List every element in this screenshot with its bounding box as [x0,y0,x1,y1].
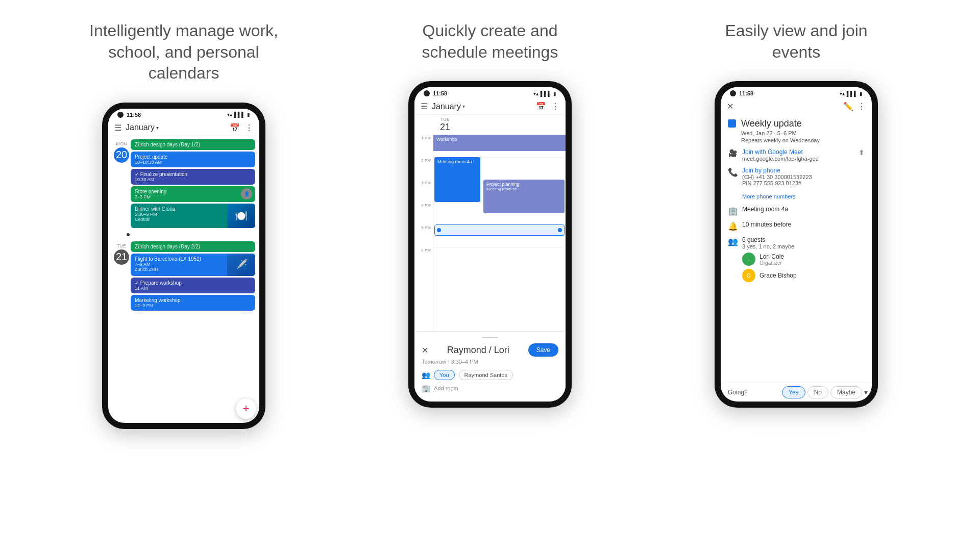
phone-content: Join by phone (CH) +41 30 300001532223 P… [742,167,865,186]
notch-left-1: 11:58 [117,112,141,118]
dot-separator [127,233,130,236]
wifi-icon-3: ▾▴ [840,91,845,96]
event-dinner[interactable]: Dinner with Gloria 5:30–9 PM Central 🍽️ [131,204,255,228]
phone-icon: 📞 [728,167,737,177]
going-maybe-button[interactable]: Maybe [830,386,862,398]
time-6pm: 6 PM [414,247,433,269]
project-planning-event[interactable]: Project planning Meeting room 5c [483,180,565,213]
menu-icon-2[interactable]: ☰ [421,102,428,111]
status-bar-3: 11:58 ▾▴ ▌▌▌ ▮ [721,87,872,98]
reminder-section: 🔔 10 minutes before [728,221,865,231]
meet-link[interactable]: Join with Google Meet [742,148,853,156]
menu-icon-1[interactable]: ☰ [114,123,121,133]
event-title-row: Weekly update Wed, Jan 22 · 5–6 PM Repea… [728,118,865,143]
workshop-label: Workshop [436,137,457,142]
phone-screen-2: 11:58 ▾▴ ▌▌▌ ▮ ☰ January ▾ [414,87,566,402]
detail-body: Weekly update Wed, Jan 22 · 5–6 PM Repea… [721,114,872,381]
room-content: Meeting room 4a [742,206,865,213]
add-room-label[interactable]: Add room [434,385,458,391]
chip-you[interactable]: You [434,370,455,380]
bottom-sheet: ✕ Raymond / Lori Save Tomorrow · 3:30–4 … [414,331,566,402]
day-section-tue21: TUE 21 Zürich design days (Day 2/2) Flig… [108,238,259,314]
project-planning-label: Project planning [486,182,561,187]
time-3pm: 3 PM [414,180,433,202]
heading-2: Quickly create and schedule meetings [393,20,587,63]
event-color-block [728,119,736,128]
event-flight[interactable]: Flight to Barcelona (LX 1952) 7–9 AM Zür… [131,254,255,276]
month-label-1: January [126,123,155,132]
event-title: ✓ Finalize presentation [135,171,251,177]
event-marketing-workshop[interactable]: Marketing workshop 12–3 PM [131,295,255,311]
meeting-room-event[interactable]: Meeting room 4a [434,157,480,202]
room-icon: 🏢 [422,384,430,392]
status-icons-2: ▾▴ ▌▌▌ ▮ [533,91,556,96]
month-label-2: January [432,102,461,111]
workshop-event[interactable]: Workshop [433,135,566,151]
meet-url: meet.google.com/fae-fgha-ged [742,156,853,162]
more-icon-1[interactable]: ⋮ [245,123,253,133]
more-phone-link[interactable]: More phone numbers [742,193,796,199]
event-time: 11 AM [135,286,251,291]
flight-decoration: ✈️ [227,254,255,276]
notch-left-3: 11:58 [730,90,753,96]
time-1pm: 1 PM [414,135,433,157]
guest-avatar-lori: L [742,253,755,266]
meet-section: 🎥 Join with Google Meet meet.google.com/… [728,148,865,162]
room-text: Meeting room 4a [742,206,865,213]
plus-icon: + [243,403,250,414]
event-column: Workshop Meeting room 4a [433,135,566,331]
day-events-tue: Zürich design days (Day 2/2) Flight to B… [131,241,255,311]
time-column: 1 PM 2 PM 3 PM 4 PM 5 PM 6 PM [414,135,433,331]
back-close-icon[interactable]: ✕ [727,102,733,111]
close-icon[interactable]: ✕ [422,345,428,355]
new-event-dot-left [437,228,441,232]
share-icon[interactable]: ⬆ [859,148,865,157]
going-yes-button[interactable]: Yes [782,386,805,398]
day-number-mon[interactable]: 20 [114,147,129,163]
phone-num: (CH) +41 30 300001532223 [742,174,865,180]
event-prepare-workshop[interactable]: ✓ Prepare workshop 11 AM [131,278,255,293]
event-title: Project update [135,154,251,160]
event-project-update[interactable]: Project update 10–10:30 AM [131,152,255,167]
event-time: 2–3 PM [135,194,251,199]
more-phone-row: More phone numbers [728,191,865,201]
calendar-icon-2[interactable]: 📅 [536,102,546,111]
phone-3: 11:58 ▾▴ ▌▌▌ ▮ ✕ ✏️ ⋮ [715,81,878,408]
guests-icon: 👥 [728,237,737,246]
more-icon-2[interactable]: ⋮ [551,102,559,111]
chevron-down-icon-2: ▾ [462,104,465,109]
dinner-decoration: 🍽️ [227,204,255,228]
new-event-bar[interactable] [434,224,565,236]
guest-info-grace: Grace Bishop [760,272,797,279]
battery-icon-2: ▮ [553,91,556,96]
save-button[interactable]: Save [528,343,558,357]
time-5pm: 5 PM [414,224,433,247]
event-title-content: Weekly update Wed, Jan 22 · 5–6 PM Repea… [741,118,820,143]
day-label-tue: TUE 21 [112,241,131,311]
meeting-room-label: Meeting room 4a [437,159,477,164]
day-number-tue[interactable]: 21 [114,249,129,265]
going-no-button[interactable]: No [807,386,828,398]
guests-content: 6 guests 3 yes, 1 no, 2 maybe L Lori Col… [742,236,865,285]
more-vert-icon[interactable]: ⋮ [857,102,866,111]
event-zurich-2[interactable]: Zürich design days (Day 2/2) [131,241,255,252]
date-header: TUE 21 [414,115,566,135]
event-zurich-1[interactable]: Zürich design days (Day 1/2) [131,139,255,150]
going-chevron-icon[interactable]: ▾ [864,388,868,396]
chip-raymond[interactable]: Raymond Santos [459,370,513,380]
wifi-icon-1: ▾▴ [227,112,232,117]
app-bar-1: ☰ January ▾ 📅 ⋮ [108,120,259,136]
day-label-mon: MON 20 [112,139,131,228]
event-finalize[interactable]: ✓ Finalize presentation 10:30 AM [131,169,255,185]
event-store-opening[interactable]: Store opening 2–3 PM 👤 [131,186,255,202]
heading-1: Intelligently manage work, school, and p… [87,20,281,84]
phone-link[interactable]: Join by phone [742,167,865,174]
guest-item-grace: G Grace Bishop [742,269,865,282]
calendar-icon-1[interactable]: 📅 [230,123,240,133]
phone-screen-1: 11:58 ▾▴ ▌▌▌ ▮ ☰ January ▾ [108,109,259,423]
schedule-screen: TUE 21 1 PM 2 PM 3 PM 4 PM 5 PM 6 PM [414,115,566,402]
reminder-content: 10 minutes before [742,221,865,228]
phone-screen-3: 11:58 ▾▴ ▌▌▌ ▮ ✕ ✏️ ⋮ [721,87,872,402]
fab-add-button[interactable]: + [236,398,256,419]
edit-icon[interactable]: ✏️ [843,102,853,111]
